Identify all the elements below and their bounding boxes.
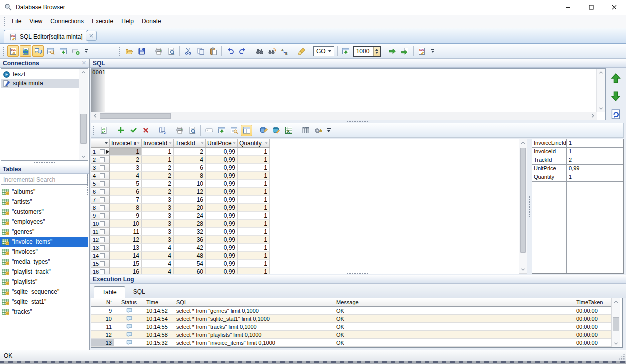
table-row[interactable]: 12123360,991	[92, 236, 519, 244]
row-header[interactable]: 6	[92, 188, 110, 196]
print-button[interactable]	[153, 46, 164, 57]
grid-cell[interactable]: 0,99	[206, 164, 238, 172]
grid-cell[interactable]: 1	[142, 148, 174, 156]
print-grid-button[interactable]	[174, 125, 186, 136]
row-header[interactable]: 14	[92, 252, 110, 260]
settings-warning-button[interactable]	[312, 125, 324, 136]
grid-detail-splitter[interactable]	[528, 139, 532, 274]
row-checkbox[interactable]	[100, 238, 105, 242]
table-row[interactable]: 14144480,991	[92, 252, 519, 260]
scroll-thumb[interactable]	[80, 114, 87, 144]
table-row[interactable]: 883200,991	[92, 204, 519, 212]
sidebar-resize-handle[interactable]	[87, 174, 89, 195]
grid-cell[interactable]: 0,99	[206, 196, 238, 204]
grid-cell[interactable]: 0,99	[206, 252, 238, 260]
log-row[interactable]: 1310:15:32select * from "invoice_items" …	[92, 339, 622, 347]
detail-row[interactable]: InvoiceLineId1	[532, 140, 624, 148]
grid-column-InvoiceId[interactable]: InvoiceId	[142, 140, 174, 148]
scroll-up-icon[interactable]	[612, 298, 620, 306]
row-limit-spinner[interactable]: 1000	[354, 46, 381, 57]
toolbar-grip[interactable]	[2, 46, 4, 56]
grid-cell[interactable]: 4	[142, 244, 174, 252]
menu-file[interactable]: File	[8, 16, 26, 26]
spin-up-icon[interactable]	[376, 49, 378, 51]
grid-cell[interactable]: 1	[238, 236, 270, 244]
grid-cell[interactable]: 3	[110, 164, 142, 172]
grid-cell[interactable]: 4	[142, 252, 174, 260]
redo-button[interactable]	[237, 46, 248, 57]
grid-cell[interactable]: 10	[110, 220, 142, 228]
execute-script-button[interactable]	[400, 46, 411, 57]
scroll-down-icon[interactable]	[612, 340, 620, 348]
grid-cell[interactable]: 0,99	[206, 156, 238, 164]
print-preview-grid-button[interactable]	[186, 125, 198, 136]
refresh-sql-button[interactable]	[610, 108, 622, 121]
grid-cell[interactable]: 6	[174, 164, 206, 172]
grid-cell[interactable]: 36	[174, 236, 206, 244]
row-header[interactable]: 3	[92, 164, 110, 172]
grid-cell[interactable]: 1	[142, 156, 174, 164]
grid-column-InvoiceLineId[interactable]: InvoiceLineId	[110, 140, 142, 148]
grid-menu-icon[interactable]	[105, 142, 108, 144]
detail-row[interactable]: Quantity1	[532, 174, 624, 182]
find-button[interactable]	[254, 46, 266, 57]
main-toolbar-overflow-button[interactable]	[430, 46, 436, 57]
grid-cell[interactable]: 4	[174, 156, 206, 164]
grid-cell[interactable]: 32	[174, 228, 206, 236]
grid-cell[interactable]: 0,99	[206, 188, 238, 196]
connection-item-sqlita-minta[interactable]: sqlita minta	[2, 79, 88, 88]
grid-cell[interactable]: 0,99	[206, 148, 238, 156]
grid-cell[interactable]: 0,99	[206, 244, 238, 252]
maximize-button[interactable]	[580, 0, 603, 15]
form-view-button[interactable]	[45, 46, 56, 57]
grid-cell[interactable]: 1	[110, 148, 142, 156]
move-up-button[interactable]	[610, 72, 622, 85]
add-window-button[interactable]	[70, 46, 82, 57]
grid-cell[interactable]: 0,99	[206, 204, 238, 212]
grid-cell[interactable]: 1	[238, 260, 270, 268]
grid-cell[interactable]: 1	[238, 212, 270, 220]
tab-close-button[interactable]	[86, 31, 97, 41]
row-checkbox[interactable]	[100, 230, 105, 234]
sql-templates-button[interactable]	[416, 46, 428, 57]
web-view-button[interactable]	[20, 46, 32, 57]
grid-cell[interactable]: 2	[142, 188, 174, 196]
sql-editor-view-button[interactable]	[8, 46, 19, 57]
row-header[interactable]: 12	[92, 236, 110, 244]
scroll-up-icon[interactable]	[597, 69, 606, 76]
table-row[interactable]: 993240,991	[92, 212, 519, 220]
row-checkbox[interactable]	[100, 158, 105, 162]
scroll-down-icon[interactable]	[597, 105, 606, 112]
row-checkbox[interactable]	[100, 262, 105, 266]
grid-cell[interactable]: 3	[142, 228, 174, 236]
grid-cell[interactable]: 1	[238, 156, 270, 164]
grid-cell[interactable]: 1	[238, 228, 270, 236]
row-header[interactable]: 5	[92, 180, 110, 188]
minimize-button[interactable]	[557, 0, 580, 15]
grid-cell[interactable]: 16	[174, 196, 206, 204]
grid-cell[interactable]: 24	[174, 212, 206, 220]
scroll-thumb[interactable]	[520, 148, 526, 253]
table-item-sqlite_stat1[interactable]: "sqlite_stat1"	[0, 297, 88, 307]
log-column-Message[interactable]: Message	[334, 298, 574, 307]
row-checkbox[interactable]	[100, 182, 105, 186]
grid-cell[interactable]: 1	[238, 148, 270, 156]
move-down-button[interactable]	[610, 90, 622, 103]
panel-close-icon[interactable]: ✕	[82, 60, 86, 66]
grid-cell[interactable]: 1	[238, 172, 270, 180]
table-row[interactable]: 11120,991	[92, 148, 519, 156]
row-header[interactable]: 9	[92, 212, 110, 220]
row-header[interactable]: 8	[92, 204, 110, 212]
grid-cell[interactable]: 0,99	[206, 180, 238, 188]
grid-corner-header[interactable]	[92, 140, 110, 148]
results-to-window-button[interactable]	[340, 46, 352, 57]
grid-cell[interactable]: 2	[174, 148, 206, 156]
grid-column-TrackId[interactable]: TrackId	[174, 140, 206, 148]
table-row[interactable]: 552100,991	[92, 180, 519, 188]
grid-cell[interactable]: 1	[238, 220, 270, 228]
grid-cell[interactable]: 0,99	[206, 236, 238, 244]
record-form-button[interactable]	[228, 125, 240, 136]
find-replace-button[interactable]	[266, 46, 278, 57]
grid-cell[interactable]: 2	[142, 172, 174, 180]
grid-cell[interactable]: 3	[142, 212, 174, 220]
